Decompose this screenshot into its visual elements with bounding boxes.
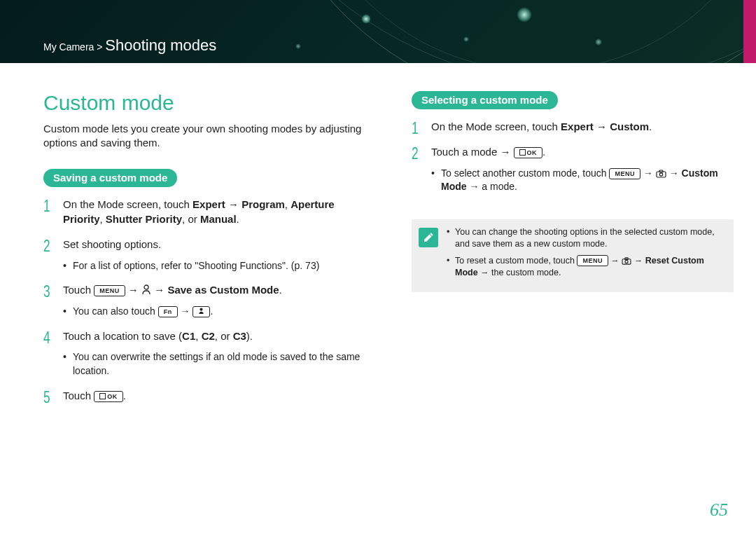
note-icon xyxy=(419,228,438,247)
page-title: Custom mode xyxy=(43,91,372,115)
header-stripe xyxy=(743,0,756,63)
camera-icon xyxy=(656,170,666,178)
right-column: Selecting a custom mode On the Mode scre… xyxy=(412,91,734,413)
menu-key: MENU xyxy=(94,285,125,296)
fn-key: Fn xyxy=(158,306,178,317)
page-number: 65 xyxy=(710,500,728,521)
breadcrumb-section: My Camera xyxy=(43,41,94,53)
note-item-1: You can change the shooting options in t… xyxy=(447,226,724,251)
saving-heading: Saving a custom mode xyxy=(43,169,177,187)
saving-step-4-notes: You can overwrite the settings if an old… xyxy=(63,343,372,378)
svg-point-1 xyxy=(200,308,203,311)
saving-step-1: On the Mode screen, touch Expert → Progr… xyxy=(43,197,372,238)
selecting-heading: Selecting a custom mode xyxy=(412,91,558,109)
header-decoration xyxy=(252,0,742,63)
ok-key: OK xyxy=(514,147,543,158)
camera-icon xyxy=(622,257,631,265)
ok-key: OK xyxy=(94,391,123,402)
breadcrumb: My Camera > Shooting modes xyxy=(43,36,216,55)
note-list: You can change the shooting options in t… xyxy=(447,226,724,284)
menu-key: MENU xyxy=(577,255,608,266)
svg-point-0 xyxy=(144,285,148,289)
header: My Camera > Shooting modes xyxy=(0,0,756,63)
selecting-step-2-notes: To select another custom mode, touch MEN… xyxy=(431,160,734,194)
menu-key: MENU xyxy=(609,168,640,179)
selecting-step-1: On the Mode screen, touch Expert → Custo… xyxy=(412,119,734,144)
breadcrumb-sep: > xyxy=(94,41,105,53)
left-column: Custom mode Custom mode lets you create … xyxy=(43,91,372,413)
saving-step-5: Touch OK. xyxy=(43,388,372,413)
saving-step-3-notes: You can also touch Fn → . xyxy=(63,298,372,319)
saving-step-2: Set shooting options. For a list of opti… xyxy=(43,237,372,282)
page-body: Custom mode Custom mode lets you create … xyxy=(0,63,756,427)
note-item-2: To reset a custom mode, touch MENU → → R… xyxy=(447,255,724,280)
selecting-steps: On the Mode screen, touch Expert → Custo… xyxy=(412,119,734,204)
note-box: You can change the shooting options in t… xyxy=(412,219,734,292)
svg-point-4 xyxy=(659,172,662,175)
saving-step-4: Touch a location to save (C1, C2, or C3)… xyxy=(43,329,372,388)
saving-step-2-notes: For a list of options, refer to "Shootin… xyxy=(63,252,372,273)
user-key xyxy=(192,306,210,317)
saving-steps: On the Mode screen, touch Expert → Progr… xyxy=(43,197,372,413)
saving-step-3: Touch MENU → → Save as Custom Mode. You … xyxy=(43,282,372,328)
user-icon xyxy=(141,284,151,295)
svg-point-7 xyxy=(625,260,628,263)
intro-text: Custom mode lets you create your own sho… xyxy=(43,122,372,151)
selecting-step-2: Touch a mode → OK. To select another cus… xyxy=(412,144,734,204)
breadcrumb-current: Shooting modes xyxy=(105,36,216,54)
